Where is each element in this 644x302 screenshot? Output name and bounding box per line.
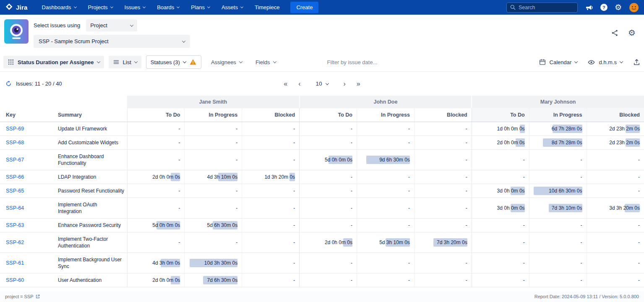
chevron-down-icon	[134, 60, 138, 63]
issue-summary: Enhance Dashboard Functionality	[52, 149, 127, 170]
time-format-select[interactable]: d.h.m.s	[587, 58, 623, 66]
duration-cell: 4d 3h 0m 0s	[127, 253, 185, 273]
nav-item-assets[interactable]: Assets	[222, 4, 243, 10]
fields-filter[interactable]: Fields	[256, 59, 276, 65]
duration-cell: -	[185, 232, 242, 253]
pager-controls: « ‹ 10 › »	[281, 79, 363, 89]
chevron-down-icon	[620, 60, 623, 63]
duration-cell: 2d 0h 0m 0s	[472, 135, 529, 149]
empty-duration-value: -	[466, 205, 467, 211]
empty-duration-value: -	[293, 205, 295, 211]
announcements-button[interactable]	[585, 3, 593, 12]
nav-item-label: Projects	[88, 4, 108, 10]
duration-value: 5d 3h 10m 0s	[379, 240, 410, 245]
duration-cell: -	[587, 218, 644, 232]
empty-duration-value: -	[523, 174, 525, 180]
report-settings-button[interactable]: ⚙	[628, 29, 636, 37]
search-input[interactable]	[507, 5, 577, 10]
column-header-todo: To Do	[300, 108, 357, 122]
duration-cell: -	[300, 253, 357, 273]
report-info-text: Report Date: 2024-05-09 13:11 / Version:…	[534, 294, 639, 299]
duration-cell: -	[127, 184, 185, 198]
page-size-select[interactable]: 10	[312, 79, 331, 89]
issue-key-link[interactable]: SSP-67	[6, 157, 24, 163]
empty-duration-value: -	[178, 157, 180, 163]
duration-cell: -	[242, 198, 300, 218]
nav-item-label: Dashboards	[42, 4, 71, 10]
issue-key-link[interactable]: SSP-64	[6, 205, 24, 211]
settings-button[interactable]: ⚙	[615, 3, 622, 11]
nav-item-plans[interactable]: Plans	[191, 4, 210, 10]
create-button[interactable]: Create	[290, 2, 318, 13]
open-filter-link[interactable]	[35, 294, 40, 299]
duration-cell: 1d 0h 0m 0s	[472, 122, 529, 135]
empty-duration-value: -	[351, 222, 352, 228]
issue-key-link[interactable]: SSP-60	[6, 277, 24, 283]
duration-cell: 10d 3h 30m 0s	[185, 253, 242, 273]
issue-source-selects: Select issues using Project SSP - Sample…	[34, 19, 190, 48]
issue-summary: Update UI Framework	[52, 122, 127, 135]
duration-cell: -	[587, 232, 644, 253]
select-issues-label: Select issues using	[34, 22, 80, 29]
issue-key-link[interactable]: SSP-62	[6, 240, 24, 245]
project-select[interactable]: SSP - Sample Scrum Project	[34, 35, 190, 48]
nav-item-projects[interactable]: Projects	[88, 4, 113, 10]
assignees-filter[interactable]: Assignees	[211, 59, 242, 65]
empty-duration-value: -	[293, 260, 295, 266]
refresh-button[interactable]	[5, 80, 12, 87]
empty-duration-value: -	[236, 240, 237, 245]
nav-item-boards[interactable]: Boards	[157, 4, 179, 10]
duration-cell: -	[357, 198, 415, 218]
issue-key-link[interactable]: SSP-69	[6, 126, 24, 132]
search-icon	[510, 4, 516, 10]
duration-cell: -	[357, 273, 415, 287]
duration-cell: 8d 7h 28m 0s	[529, 135, 587, 149]
duration-cell: 3d 3h 20m 0s	[587, 198, 644, 218]
statuses-filter[interactable]: Statuses (3)	[146, 55, 201, 69]
duration-cell: 10d 6h 30m 0s	[529, 184, 587, 198]
empty-duration-value: -	[466, 174, 467, 180]
next-page-button[interactable]: ›	[341, 79, 348, 89]
nav-item-issues[interactable]: Issues	[125, 4, 146, 10]
empty-duration-value: -	[581, 157, 582, 163]
export-button[interactable]	[633, 58, 641, 66]
nav-item-dashboards[interactable]: Dashboards	[42, 4, 76, 10]
empty-duration-value: -	[638, 260, 640, 266]
first-page-button[interactable]: «	[281, 79, 290, 89]
empty-duration-value: -	[408, 174, 410, 180]
empty-duration-value: -	[581, 277, 582, 283]
column-header-in-progress: In Progress	[529, 108, 587, 122]
issue-key-link[interactable]: SSP-61	[6, 260, 24, 266]
issue-key-link[interactable]: SSP-68	[6, 140, 24, 146]
duration-cell: -	[127, 232, 185, 253]
table-row: SSP-66LDAP Integration2d 0h 0m 0s4d 3h 1…	[0, 170, 644, 184]
issues-table-body: SSP-69Update UI Framework------1d 0h 0m …	[0, 122, 644, 287]
duration-value: 3d 3h 20m 0s	[609, 205, 640, 211]
issue-source-select[interactable]: Project	[86, 19, 137, 31]
empty-duration-value: -	[581, 174, 582, 180]
profile-button[interactable]	[629, 3, 639, 13]
duration-value: 3d 0h 0m 0s	[497, 205, 525, 211]
issue-date-filter-input[interactable]	[327, 59, 415, 65]
issue-key-link[interactable]: SSP-65	[6, 188, 24, 194]
duration-cell: 7d 3h 10m 0s	[529, 198, 587, 218]
calendar-select[interactable]: Calendar	[539, 58, 578, 66]
column-header-blocked: Blocked	[242, 108, 300, 122]
jira-logo[interactable]: Jira	[5, 3, 28, 13]
duration-cell: 4d 3h 10m 0s	[185, 170, 242, 184]
help-button[interactable]: ?	[600, 4, 607, 11]
global-search[interactable]	[506, 3, 578, 13]
external-link-icon	[35, 294, 40, 299]
table-row: SSP-67Enhance Dashboard Functionality---…	[0, 149, 644, 170]
report-type-select[interactable]: Status Duration per Assignee	[3, 56, 104, 68]
view-mode-select[interactable]: List	[109, 56, 141, 68]
empty-duration-value: -	[408, 140, 410, 146]
last-page-button[interactable]: »	[354, 79, 363, 89]
previous-page-button[interactable]: ‹	[296, 79, 303, 89]
nav-item-label: Assets	[222, 4, 238, 10]
nav-item-timepiece[interactable]: Timepiece	[255, 4, 279, 10]
status-duration-table: Jane Smith John Doe Mary Johnson Key Sum…	[0, 96, 644, 287]
issue-key-link[interactable]: SSP-63	[6, 222, 24, 228]
share-button[interactable]	[611, 29, 619, 37]
issue-key-link[interactable]: SSP-66	[6, 174, 24, 180]
